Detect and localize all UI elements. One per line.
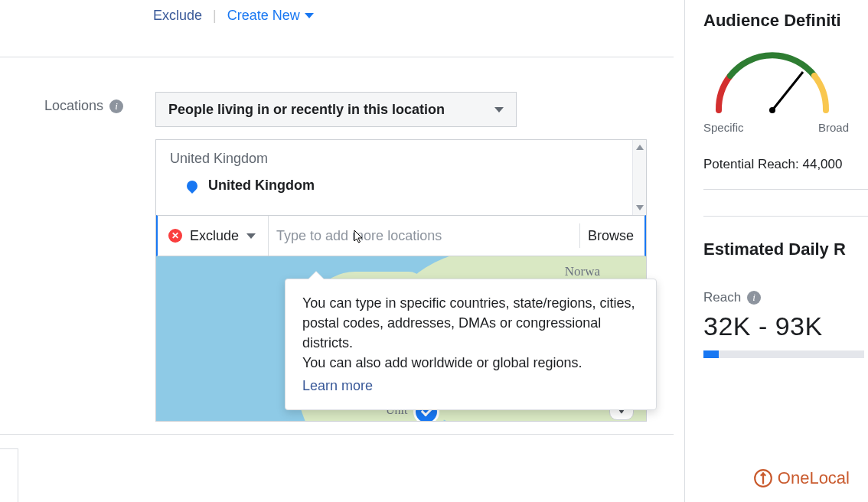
reach-value: 32K - 93K xyxy=(703,311,868,341)
tooltip-line-1: You can type in specific countries, stat… xyxy=(302,293,639,353)
chevron-down-icon xyxy=(305,13,314,18)
horizontal-rule xyxy=(0,57,674,57)
create-new-dropdown[interactable]: Create New xyxy=(227,8,314,24)
create-new-label: Create New xyxy=(227,8,300,24)
browse-link[interactable]: Browse xyxy=(588,228,634,244)
locations-label: Locations i xyxy=(44,98,123,114)
audience-sidebar: Audience Definiti Specific Broad Potenti… xyxy=(684,0,868,502)
exclude-x-icon: ✕ xyxy=(168,229,182,243)
map-country-label: Norwa xyxy=(565,264,600,279)
info-icon[interactable]: i xyxy=(109,99,123,113)
scrollbar[interactable] xyxy=(632,140,646,215)
location-group-label: United Kingdom xyxy=(156,140,646,173)
divider xyxy=(579,223,580,247)
add-location-bar: ✕ Exclude Browse xyxy=(156,215,646,256)
locations-list: United Kingdom United Kingdom xyxy=(156,140,646,215)
location-scope-label: People living in or recently in this loc… xyxy=(168,102,445,118)
include-exclude-toggle[interactable]: Exclude xyxy=(190,228,256,244)
audience-gauge xyxy=(703,41,841,118)
gauge-specific-label: Specific xyxy=(703,121,744,134)
exclude-link[interactable]: Exclude xyxy=(153,8,202,24)
chevron-down-icon xyxy=(246,233,256,239)
selected-location-row[interactable]: United Kingdom xyxy=(156,173,646,198)
selected-location-text: United Kingdom xyxy=(208,178,315,194)
learn-more-link[interactable]: Learn more xyxy=(302,376,373,396)
svg-line-0 xyxy=(772,72,803,110)
panel-edge xyxy=(0,448,18,502)
scroll-down-icon[interactable] xyxy=(636,205,644,210)
gauge-broad-label: Broad xyxy=(818,121,849,134)
horizontal-rule xyxy=(0,434,674,435)
chevron-down-icon xyxy=(494,107,504,112)
pin-icon xyxy=(184,178,200,194)
onelocal-logo-text: OneLocal xyxy=(778,468,850,488)
location-input-tooltip: You can type in specific countries, stat… xyxy=(285,279,657,410)
divider xyxy=(268,216,269,256)
onelocal-logo: OneLocal xyxy=(753,468,850,488)
audience-definition-heading: Audience Definiti xyxy=(703,11,868,31)
reach-progress xyxy=(703,350,864,358)
scroll-up-icon[interactable] xyxy=(636,145,644,150)
onelocal-logo-icon xyxy=(753,468,773,488)
svg-point-1 xyxy=(769,107,775,113)
location-scope-dropdown[interactable]: People living in or recently in this loc… xyxy=(155,92,517,127)
potential-reach: Potential Reach: 44,000 xyxy=(703,157,868,190)
info-icon[interactable]: i xyxy=(747,291,761,305)
estimated-daily-heading: Estimated Daily R xyxy=(703,216,868,259)
vertical-divider: | xyxy=(213,8,217,24)
reach-label: Reach i xyxy=(703,290,868,305)
tooltip-line-2: You can also add worldwide or global reg… xyxy=(302,353,639,373)
